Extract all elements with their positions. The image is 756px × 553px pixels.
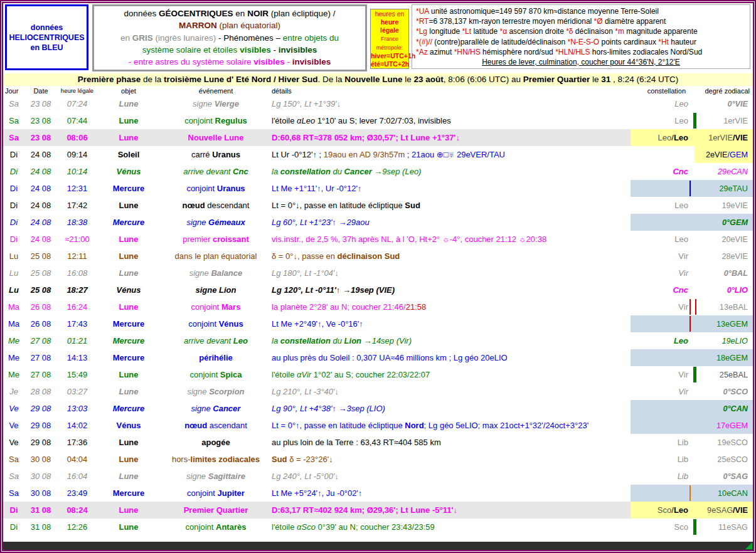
cell-objet: Lune	[97, 471, 160, 481]
text-segment: 24 08	[31, 184, 51, 193]
text-segment: signe	[193, 99, 215, 108]
text-segment: déclinaison	[573, 27, 615, 36]
cell-jour: Ve	[3, 404, 24, 413]
cell-constellation: Sco	[631, 519, 695, 535]
cell-constellation	[631, 214, 695, 231]
cell-objet: Vénus	[97, 421, 160, 430]
text-segment: *Ht	[658, 38, 669, 46]
text-segment: invisibles	[279, 45, 317, 55]
text-segment: 18eGEM	[716, 354, 748, 362]
table-row: Di31 0812:26Luneconjoint Antarèsl'étoile…	[3, 519, 753, 535]
text-segment: δ = 0°↓, passe en	[272, 251, 338, 261]
text-segment: Mercure	[113, 488, 145, 498]
text-segment: signe	[186, 218, 208, 227]
text-segment: 30 08	[31, 488, 51, 498]
scroll-corner-icon[interactable]	[745, 542, 752, 549]
cell-degre: 1erVIE	[695, 112, 753, 129]
text-segment: 29 08	[31, 438, 51, 447]
cell-jour: Sa	[3, 99, 24, 108]
text-segment: Lune	[119, 370, 138, 379]
text-segment: Sa	[9, 133, 19, 142]
hours-box-line: France	[371, 34, 408, 43]
text-segment: Nouvelle Lune	[188, 133, 244, 142]
text-segment: *Lg	[416, 27, 427, 36]
text-segment: ≈21:00	[65, 234, 90, 244]
text-segment: Sa	[9, 488, 19, 498]
text-segment: 25eBAL	[720, 371, 748, 379]
legend-line: *Az azimut *HN/HS hémisphère nord/sud *H…	[416, 47, 746, 57]
table-row: Sa23 0807:24Lunesigne ViergeLg 150°, Lt …	[3, 95, 753, 112]
cell-heure: ≈21:00	[57, 234, 97, 244]
text-segment: -	[271, 45, 279, 55]
cell-objet: Lune	[97, 268, 160, 278]
cell-jour: Ma	[3, 319, 24, 329]
cell-heure: 17:36	[57, 438, 97, 447]
text-segment: France	[381, 36, 398, 42]
cell-heure: 14:13	[57, 353, 97, 362]
cell-heure: 17:42	[57, 201, 97, 210]
text-segment: 0°BAL	[724, 269, 748, 278]
cell-heure: 12:31	[57, 184, 97, 193]
text-segment: Regulus	[215, 116, 247, 125]
text-segment: (plan écliptique) /	[269, 9, 336, 18]
cell-degre: 0°BAL	[695, 265, 753, 282]
cell-evenement: nœud descendant	[160, 201, 272, 210]
geocentric-box-line: MARRON (plan équatorial)	[94, 19, 365, 31]
geocentric-box-line: système solaire et étoiles visibles - in…	[94, 44, 365, 56]
text-segment: Ma	[8, 319, 19, 329]
table-row: Me27 0801:21Mercurearrive devant Leola c…	[3, 332, 753, 349]
text-segment: premier	[183, 234, 213, 244]
text-segment: déclinaison Sud	[338, 251, 400, 261]
text-segment: Lune	[119, 302, 138, 312]
text-segment: Lg 180°, Lt -1°04'↓	[272, 268, 339, 278]
text-segment: 12:31	[67, 184, 88, 193]
text-segment: Sud	[272, 455, 287, 464]
text-segment: 08:24	[67, 505, 87, 515]
text-segment: Spica	[220, 370, 242, 379]
text-segment: Cancer	[344, 167, 372, 176]
column-headers: Jour Date heure légale objet événement d…	[3, 86, 753, 95]
text-segment: Lt = 0°↑, passe en latitude écliptique	[272, 421, 405, 430]
cell-details: Lg 90°, Lt +4°38'↑ →3sep (LIO)	[272, 404, 631, 413]
text-segment: Lu	[9, 251, 18, 261]
text-segment: Mercure	[113, 404, 145, 413]
cell-objet: Lune	[97, 201, 160, 210]
text-segment: Lune	[119, 455, 138, 464]
text-segment: la	[272, 336, 280, 345]
table-row: Lu25 0816:08Lunesigne BalanceLg 180°, Lt…	[3, 265, 753, 282]
cell-heure: 12:26	[57, 522, 97, 532]
cell-details: Lt = 0°↓, passe en latitude écliptique S…	[272, 201, 631, 210]
legend-line: Heures de lever, culmination, coucher po…	[416, 57, 746, 67]
cell-date: 29 08	[24, 404, 57, 413]
text-segment: 0°SCO	[723, 387, 748, 396]
cell-jour: Me	[3, 370, 24, 379]
text-segment: Lt Ur -0°12'↑ ;	[272, 150, 324, 159]
text-segment: Vénus	[116, 421, 141, 430]
text-segment: NOIR	[247, 9, 269, 18]
cell-objet: Mercure	[97, 488, 160, 498]
cell-degre: 29eCAN	[695, 163, 753, 180]
cell-evenement: signe Lion	[160, 285, 272, 295]
text-segment: diamètre apparent	[603, 17, 666, 26]
text-segment: Jupiter	[218, 488, 245, 498]
text-segment: 17:42	[67, 201, 88, 210]
table-row: Sa23 0807:44Luneconjoint Regulusl'étoile…	[3, 112, 753, 129]
cell-constellation: Leo	[631, 332, 695, 349]
text-segment: 12:26	[67, 522, 88, 532]
cell-jour: Sa	[3, 133, 24, 142]
text-segment: 25 08	[31, 285, 51, 295]
text-segment: 23 08	[31, 116, 51, 125]
cell-constellation: Leo	[631, 112, 695, 129]
text-segment: Lg 120°, Lt -0°11'↑ →19sep (VIE)	[272, 285, 395, 295]
text-segment: la planète 2°28' au N; coucher 21:46/	[272, 302, 406, 312]
column-header-constellation: constellation	[631, 87, 695, 95]
bottom-scrollbar[interactable]	[3, 542, 753, 550]
cell-jour: Sa	[3, 116, 24, 125]
text-segment: Sa	[9, 455, 19, 464]
text-segment: hiver=UTC+1h	[371, 52, 415, 60]
text-segment: 10eCAN	[718, 489, 748, 498]
cell-degre: 13eGEM	[695, 315, 753, 332]
text-segment: entre objets du	[283, 33, 339, 43]
text-segment: Lg 240°, Lt -5°00'↓	[272, 471, 339, 481]
text-segment: 16:08	[67, 268, 88, 278]
